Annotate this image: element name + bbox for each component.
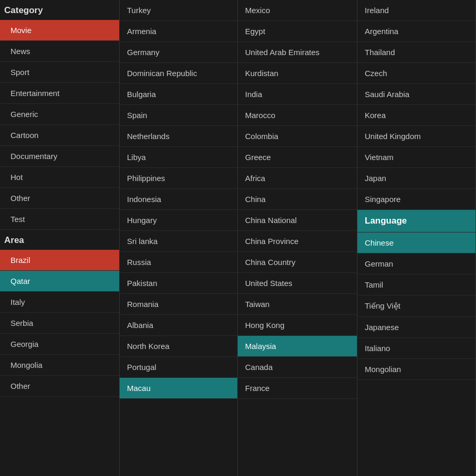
category-item[interactable]: News [0, 41, 119, 62]
category-item[interactable]: Generic [0, 104, 119, 125]
country-item[interactable]: Netherlands [120, 126, 237, 147]
language-item[interactable]: Ireland [357, 0, 475, 21]
country-item[interactable]: United States [238, 273, 357, 294]
language-item[interactable]: Singapore [357, 189, 475, 210]
category-item[interactable]: Documentary [0, 146, 119, 167]
country-item[interactable]: Africa [238, 168, 357, 189]
country-item[interactable]: Germany [120, 42, 237, 63]
language-item[interactable]: Japanese [357, 317, 475, 338]
category-item[interactable]: Hot [0, 167, 119, 188]
language-item[interactable]: Vietnam [357, 147, 475, 168]
language-item[interactable]: Czech [357, 63, 475, 84]
country-item[interactable]: Hungary [120, 210, 237, 231]
area-header: Area [0, 230, 119, 250]
country-item[interactable]: Turkey [120, 0, 237, 21]
area-item[interactable]: Brazil [0, 250, 119, 271]
country-item[interactable]: Spain [120, 105, 237, 126]
country-item[interactable]: Taiwan [238, 294, 357, 315]
area-item[interactable]: Italy [0, 292, 119, 313]
country-item[interactable]: Marocco [238, 105, 357, 126]
country-item[interactable]: Kurdistan [238, 63, 357, 84]
area-item[interactable]: Serbia [0, 313, 119, 334]
country-item[interactable]: Malaysia [238, 336, 357, 357]
language-item[interactable]: German [357, 253, 475, 274]
language-item[interactable]: Saudi Arabia [357, 84, 475, 105]
area-item[interactable]: Other [0, 376, 119, 397]
category-item[interactable]: Movie [0, 20, 119, 41]
language-item[interactable]: Tamil [357, 274, 475, 295]
country-item[interactable]: France [238, 378, 357, 399]
country-item[interactable]: Mexico [238, 0, 357, 21]
country-item[interactable]: Bulgaria [120, 84, 237, 105]
country-item[interactable]: Philippines [120, 168, 237, 189]
country-item[interactable]: North Korea [120, 336, 237, 357]
country-item[interactable]: Dominican Republic [120, 63, 237, 84]
language-item[interactable]: Argentina [357, 21, 475, 42]
column-1: Category MovieNewsSportEntertainmentGene… [0, 0, 120, 476]
country-item[interactable]: Greece [238, 147, 357, 168]
country-item[interactable]: United Arab Emirates [238, 42, 357, 63]
area-item[interactable]: Qatar [0, 271, 119, 292]
country-item[interactable]: Macau [120, 378, 237, 399]
country-item[interactable]: Egypt [238, 21, 357, 42]
column-2: TurkeyArmeniaGermanyDominican RepublicBu… [120, 0, 238, 476]
language-item[interactable]: Tiếng Việt [357, 295, 475, 317]
area-item[interactable]: Georgia [0, 334, 119, 355]
category-item[interactable]: Other [0, 188, 119, 209]
country-item[interactable]: Romania [120, 294, 237, 315]
country-item[interactable]: Libya [120, 147, 237, 168]
country-item[interactable]: Indonesia [120, 189, 237, 210]
language-item[interactable]: Korea [357, 105, 475, 126]
country-item[interactable]: Albania [120, 315, 237, 336]
category-item[interactable]: Cartoon [0, 125, 119, 146]
country-item[interactable]: Russia [120, 252, 237, 273]
country-item[interactable]: Colombia [238, 126, 357, 147]
column-4: IrelandArgentinaThailandCzechSaudi Arabi… [357, 0, 476, 476]
language-item[interactable]: Mongolian [357, 359, 475, 380]
category-item[interactable]: Entertainment [0, 83, 119, 104]
area-item[interactable]: Mongolia [0, 355, 119, 376]
category-item[interactable]: Test [0, 209, 119, 230]
country-item[interactable]: Armenia [120, 21, 237, 42]
country-item[interactable]: Canada [238, 357, 357, 378]
country-item[interactable]: Portugal [120, 357, 237, 378]
country-item[interactable]: China Province [238, 231, 357, 252]
column-3: MexicoEgyptUnited Arab EmiratesKurdistan… [238, 0, 357, 476]
language-header: Language [357, 210, 475, 232]
country-item[interactable]: China [238, 189, 357, 210]
category-header: Category [0, 0, 119, 20]
country-item[interactable]: Hong Kong [238, 315, 357, 336]
country-item[interactable]: India [238, 84, 357, 105]
language-item[interactable]: Italiano [357, 338, 475, 359]
category-item[interactable]: Sport [0, 62, 119, 83]
language-item[interactable]: United Kingdom [357, 126, 475, 147]
language-item[interactable]: Chinese [357, 232, 475, 253]
country-item[interactable]: China Country [238, 252, 357, 273]
language-item[interactable]: Japan [357, 168, 475, 189]
country-item[interactable]: Pakistan [120, 273, 237, 294]
language-item[interactable]: Thailand [357, 42, 475, 63]
country-item[interactable]: China National [238, 210, 357, 231]
country-item[interactable]: Sri lanka [120, 231, 237, 252]
